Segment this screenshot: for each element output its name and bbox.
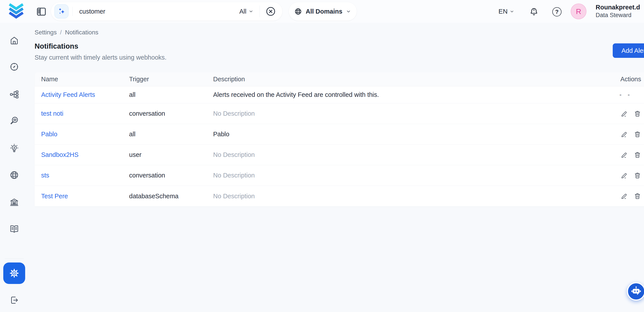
observability-magnifier-eye-icon [9,116,19,126]
sidebar-item-observability[interactable] [9,116,19,126]
left-nav-sidebar [0,23,28,312]
edit-pencil-icon[interactable] [620,151,628,159]
table-header-row: Name Trigger Description Actions [34,72,644,86]
alert-description: Pablo [206,131,582,138]
ai-search-chip[interactable] [54,5,68,19]
column-header-trigger: Trigger [122,76,206,83]
user-menu[interactable]: Rounakpreet.d Data Steward [596,3,640,19]
sidebar-item-home[interactable] [9,36,19,46]
alert-description: No Description [206,151,582,159]
sidebar-item-insights[interactable] [9,143,19,153]
insights-lightbulb-icon [9,143,19,153]
search-scope-label: All [240,8,246,15]
top-bar: All All Domains EN ? R Rounakpreet.d [0,0,644,23]
sidebar-item-glossary[interactable] [9,224,19,234]
alert-trigger: all [122,131,206,138]
delete-trash-icon[interactable] [634,192,641,200]
alert-description: No Description [206,110,582,117]
table-row: Pablo all Pablo [34,124,644,145]
app-logo-icon[interactable] [6,1,26,22]
bank-building-icon [9,197,19,207]
column-header-name: Name [34,76,122,83]
avatar-initial: R [576,7,582,16]
alert-trigger: user [122,151,206,159]
sparkles-icon [57,7,66,16]
alert-name-link[interactable]: test noti [41,110,64,117]
delete-trash-icon[interactable] [634,131,641,138]
gear-icon [9,268,20,278]
edit-pencil-icon[interactable] [620,172,628,179]
compass-icon [9,62,19,72]
no-actions-placeholder: - - [620,91,632,98]
sidebar-item-logout[interactable] [9,295,19,305]
column-header-actions: Actions [582,76,644,83]
table-row: Test Pere databaseSchema No Description [34,186,644,206]
clear-search-button[interactable] [260,6,276,17]
notifications-bell-icon[interactable] [529,7,539,17]
lineage-tree-icon [9,89,19,99]
alert-trigger: all [122,91,206,98]
chevron-down-icon [346,9,351,14]
language-label: EN [498,8,508,15]
edit-pencil-icon[interactable] [620,131,628,138]
breadcrumb-separator: / [60,29,62,36]
alert-description: No Description [206,172,582,179]
add-alert-button[interactable]: Add Alert [613,43,644,58]
chevron-down-icon [248,9,254,14]
alert-name-link[interactable]: Pablo [41,131,57,138]
sidebar-item-data-assets[interactable] [9,89,19,99]
page-title: Notifications [34,42,78,50]
robot-icon [630,286,642,297]
delete-trash-icon[interactable] [634,110,641,117]
sidebar-divider [5,258,24,259]
alert-trigger: conversation [122,110,206,117]
table-row: Activity Feed Alerts all Alerts received… [34,86,644,103]
logout-icon [9,295,19,305]
page-subtitle: Stay current with timely alerts using we… [34,54,166,61]
alert-name-link[interactable]: Activity Feed Alerts [41,91,95,98]
help-icon[interactable]: ? [552,7,562,17]
global-search-bar: All [51,2,282,21]
table-row: test noti conversation No Description [34,103,644,124]
edit-pencil-icon[interactable] [620,192,628,200]
sidebar-toggle-icon[interactable] [36,6,47,17]
alert-name-link[interactable]: sts [41,172,49,179]
domain-selector-label: All Domains [306,8,342,15]
language-selector[interactable]: EN [498,0,514,23]
delete-trash-icon[interactable] [634,151,641,159]
sidebar-item-domains[interactable] [9,170,19,180]
domain-selector[interactable]: All Domains [289,2,357,21]
delete-trash-icon[interactable] [634,172,641,179]
breadcrumb: Settings / Notifications [34,29,98,36]
alert-trigger: databaseSchema [122,193,206,200]
chatbot-launcher[interactable] [627,282,644,300]
globe-icon [9,170,19,180]
table-row: Sandbox2HS user No Description [34,145,644,165]
chevron-down-icon [510,9,514,14]
globe-icon [294,8,302,16]
close-circle-icon [265,6,276,17]
alert-trigger: conversation [122,172,206,179]
sidebar-item-explore[interactable] [9,62,19,72]
open-book-icon [9,224,19,234]
alert-description: Alerts received on the Activity Feed are… [206,91,582,98]
sidebar-item-settings-active[interactable] [3,262,25,284]
search-input[interactable] [73,8,240,15]
edit-pencil-icon[interactable] [620,110,628,117]
notifications-table: Name Trigger Description Actions Activit… [34,72,644,206]
notifications-settings-page: { "topbar": { "search": { "value": "cust… [0,0,644,312]
user-role: Data Steward [596,12,640,19]
alert-name-link[interactable]: Test Pere [41,193,68,200]
breadcrumb-notifications[interactable]: Notifications [65,29,98,36]
sidebar-item-govern[interactable] [9,197,19,207]
alert-description: No Description [206,193,582,200]
column-header-description: Description [206,76,582,83]
alert-name-link[interactable]: Sandbox2HS [41,151,78,158]
table-row: sts conversation No Description [34,165,644,186]
avatar[interactable]: R [571,4,586,19]
home-icon [9,36,19,46]
user-name: Rounakpreet.d [596,3,640,12]
search-scope-dropdown[interactable]: All [240,8,259,15]
breadcrumb-settings[interactable]: Settings [34,29,57,36]
